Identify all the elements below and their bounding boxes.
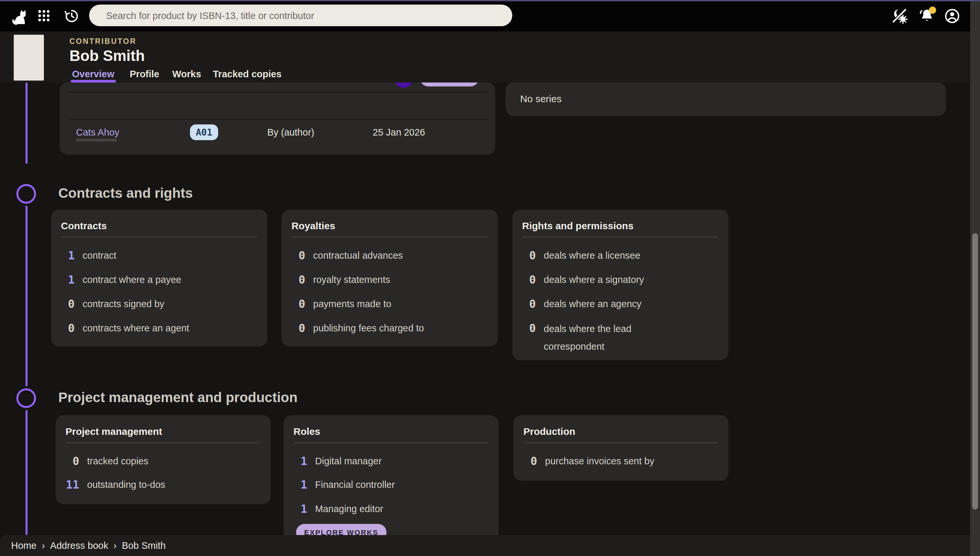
stat-count: 0 [521, 320, 536, 336]
breadcrumb-home[interactable]: Home [11, 540, 36, 551]
work-avatar [394, 82, 413, 88]
table-divider [68, 118, 487, 120]
stat-row[interactable]: 0 contractual advances [282, 247, 403, 263]
tab-tracked-copies[interactable]: Tracked copies [213, 69, 282, 79]
card-title: Contracts [61, 220, 107, 231]
stat-row[interactable]: 0 purchase invoices sent by [514, 453, 655, 469]
stat-label: purchase invoices sent by [545, 453, 655, 469]
breadcrumb-separator: › [42, 540, 45, 551]
stat-count: 0 [523, 453, 537, 469]
stat-row[interactable]: 1 contract where a payee [51, 272, 181, 288]
card-title: Roles [293, 426, 320, 437]
stat-label: deals where a licensee [544, 247, 640, 263]
works-summary-card: Cats Ahoy A01 By (author) 25 Jan 2026 [60, 82, 495, 155]
stat-count: 11 [65, 477, 79, 493]
account-icon[interactable] [944, 8, 961, 24]
stat-label: contract [82, 247, 116, 263]
timeline-node [16, 184, 36, 204]
stat-count: 0 [291, 272, 305, 288]
stat-row[interactable]: 0 deals where a licensee [512, 247, 640, 263]
stat-label: publishing fees charged to [313, 320, 424, 336]
active-tab-underline [71, 79, 116, 82]
card-title: Production [523, 426, 575, 437]
timeline-segment [25, 410, 27, 535]
page-title: Bob Smith [70, 47, 145, 65]
stat-label: contracts where an agent [82, 320, 189, 336]
card-title-divider [66, 442, 261, 443]
stat-label: Digital manager [315, 453, 382, 469]
stat-label: contractual advances [313, 247, 403, 263]
stat-row[interactable]: 0 payments made to [282, 296, 391, 312]
app-window: CONTRIBUTOR Bob Smith Overview Profile W… [0, 0, 980, 556]
stat-count: 0 [521, 247, 536, 263]
stat-count: 0 [291, 247, 305, 263]
stat-count: 1 [293, 501, 307, 517]
contributor-avatar [14, 35, 44, 81]
stat-row[interactable]: 1 Financial controller [284, 477, 395, 493]
stat-label: contract where a payee [82, 272, 181, 288]
stat-row[interactable]: 0 royalty statements [282, 272, 390, 288]
stat-label: deals where an agency [544, 296, 641, 312]
stat-label: deals where a signatory [544, 272, 644, 288]
breadcrumb-bar: Home › Address book › Bob Smith [0, 535, 970, 556]
scrollbar-track[interactable] [970, 1, 980, 556]
breadcrumb-address-book[interactable]: Address book [50, 540, 108, 551]
window-top-accent-line [0, 0, 980, 1]
stat-row[interactable]: 0 publishing fees charged to [282, 320, 424, 336]
stat-count: 1 [293, 453, 307, 469]
stat-row[interactable]: 0 deals where the lead correspondent [512, 320, 660, 356]
series-card: No series [506, 82, 946, 116]
contributor-header: CONTRIBUTOR Bob Smith Overview Profile W… [0, 31, 980, 82]
stat-count: 1 [293, 477, 307, 493]
card-title-divider [522, 236, 719, 238]
stat-label: tracked copies [87, 453, 149, 469]
timeline-segment [25, 205, 27, 386]
stat-count: 1 [60, 247, 75, 263]
stat-row[interactable]: 11 outstanding to-dos [56, 477, 165, 493]
top-bar [0, 0, 980, 31]
stat-row[interactable]: 0 deals where an agency [512, 296, 641, 312]
stat-row[interactable]: 0 deals where a signatory [512, 272, 644, 288]
scrollbar-thumb[interactable] [972, 233, 978, 509]
stat-count: 0 [60, 320, 75, 336]
work-role-cell: By (author) [267, 127, 314, 137]
card-title: Project management [66, 426, 162, 437]
card-title-divider [61, 236, 257, 238]
stat-row[interactable]: 0 tracked copies [56, 453, 149, 469]
stat-label: Financial controller [315, 477, 395, 493]
section-heading-contracts-and-rights: Contracts and rights [58, 185, 193, 201]
stat-label: deals where the lead correspondent [544, 320, 660, 356]
history-icon[interactable] [63, 8, 80, 24]
tab-works[interactable]: Works [172, 69, 201, 79]
stat-row[interactable]: 0 contracts signed by [51, 296, 165, 312]
tab-profile[interactable]: Profile [130, 69, 159, 79]
work-sequence-badge: A01 [190, 124, 218, 140]
stat-row[interactable]: 0 contracts where an agent [51, 320, 189, 336]
section-heading-project-management: Project management and production [58, 390, 298, 406]
work-title-link[interactable]: Cats Ahoy [76, 127, 119, 137]
card-title-divider [291, 236, 488, 238]
stat-count: 0 [521, 272, 536, 288]
project-management-card: Project management 0 tracked copies 11 o… [56, 415, 270, 504]
royalties-card: Royalties 0 contractual advances 0 royal… [282, 210, 498, 346]
work-action-button[interactable] [420, 82, 479, 86]
record-type-label: CONTRIBUTOR [70, 37, 137, 45]
stat-count: 1 [60, 272, 75, 288]
roles-card: Roles 1 Digital manager 1 Financial cont… [284, 415, 498, 546]
production-card: Production 0 purchase invoices sent by [514, 415, 728, 481]
app-grid-icon[interactable] [38, 10, 50, 22]
stat-label: royalty statements [313, 272, 390, 288]
card-title: Rights and permissions [522, 220, 634, 231]
stat-row[interactable]: 1 Digital manager [284, 453, 382, 469]
theme-toggle-icon[interactable] [891, 7, 908, 24]
rights-permissions-card: Rights and permissions 0 deals where a l… [512, 210, 728, 360]
stat-label: contracts signed by [82, 296, 165, 312]
cat-logo-icon[interactable] [10, 8, 28, 27]
stat-row[interactable]: 1 contract [51, 247, 116, 263]
search-input[interactable] [89, 5, 512, 26]
stat-row[interactable]: 1 Managing editor [284, 501, 383, 517]
contracts-card: Contracts 1 contract 1 contract where a … [51, 210, 267, 346]
tab-overview[interactable]: Overview [72, 69, 114, 79]
card-title-divider [293, 442, 489, 443]
stat-label: payments made to [313, 296, 391, 312]
